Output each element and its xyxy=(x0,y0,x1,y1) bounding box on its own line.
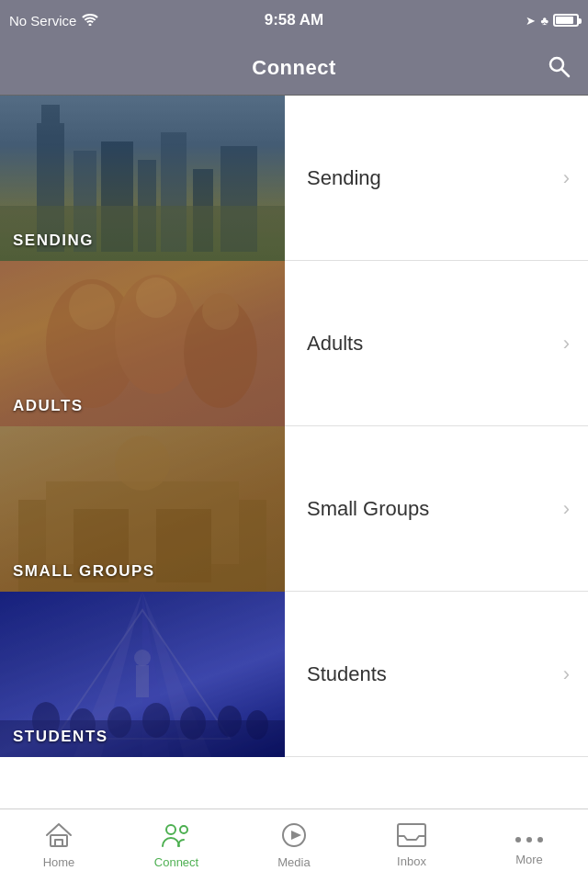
list-item-adults[interactable]: ADULTS Adults › xyxy=(0,261,588,426)
item-label-smallgroups: Small Groups xyxy=(307,497,429,521)
svg-point-45 xyxy=(537,837,543,842)
tab-label-home: Home xyxy=(43,855,75,869)
status-time: 9:58 AM xyxy=(265,11,324,29)
item-label-students: Students xyxy=(307,662,387,686)
thumbnail-label-sending: SENDING xyxy=(13,232,94,250)
connect-icon xyxy=(161,822,192,852)
tab-inbox[interactable]: Inbox xyxy=(353,809,470,882)
thumbnail-overlay-sending: SENDING xyxy=(0,96,285,261)
svg-point-38 xyxy=(166,825,175,834)
chevron-icon-smallgroups: › xyxy=(563,497,570,521)
bluetooth-icon: ♣ xyxy=(540,14,548,28)
thumbnail-label-students: STUDENTS xyxy=(13,728,108,746)
status-bar: No Service 9:58 AM ➤ ♣ xyxy=(0,0,588,40)
tab-label-inbox: Inbox xyxy=(397,854,426,868)
tab-bar: Home Connect Media xyxy=(0,808,588,882)
thumbnail-overlay-adults: ADULTS xyxy=(0,261,285,426)
item-content-adults: Adults › xyxy=(285,261,588,425)
search-button[interactable] xyxy=(546,53,571,83)
wifi-icon xyxy=(82,13,98,28)
list-item-sending[interactable]: SENDING Sending › xyxy=(0,96,588,261)
thumbnail-label-smallgroups: SMALL GROUPS xyxy=(13,562,155,581)
tab-label-more: More xyxy=(515,853,543,866)
inbox-icon xyxy=(397,823,426,851)
list-item-students[interactable]: STUDENTS Students › xyxy=(0,592,588,757)
svg-line-1 xyxy=(562,69,570,76)
more-icon xyxy=(514,825,544,849)
chevron-icon-sending: › xyxy=(563,166,570,190)
thumbnail-label-adults: ADULTS xyxy=(13,397,84,415)
thumbnail-overlay-smallgroups: SMALL GROUPS xyxy=(0,426,285,592)
content-list: SENDING Sending › ADULT xyxy=(0,96,588,808)
tab-home[interactable]: Home xyxy=(0,809,118,882)
list-item-smallgroups[interactable]: SMALL GROUPS Small Groups › xyxy=(0,426,588,592)
item-content-students: Students › xyxy=(285,592,588,756)
item-label-adults: Adults xyxy=(307,332,363,356)
item-content-smallgroups: Small Groups › xyxy=(285,426,588,591)
tab-label-media: Media xyxy=(277,855,310,869)
thumbnail-adults: ADULTS xyxy=(0,261,285,426)
status-left: No Service xyxy=(9,13,98,28)
status-right: ➤ ♣ xyxy=(526,14,579,28)
tab-label-connect: Connect xyxy=(154,855,198,869)
carrier-text: No Service xyxy=(9,13,76,28)
tab-more[interactable]: More xyxy=(470,809,588,882)
svg-point-39 xyxy=(180,826,187,833)
page-title: Connect xyxy=(252,56,336,80)
thumbnail-smallgroups: SMALL GROUPS xyxy=(0,426,285,592)
nav-bar: Connect xyxy=(0,40,588,96)
svg-rect-37 xyxy=(55,840,62,846)
thumbnail-students: STUDENTS xyxy=(0,592,285,757)
item-label-sending: Sending xyxy=(307,166,381,190)
svg-marker-41 xyxy=(291,831,301,840)
item-content-sending: Sending › xyxy=(285,96,588,260)
svg-point-44 xyxy=(526,837,532,842)
location-icon: ➤ xyxy=(526,14,536,28)
tab-media[interactable]: Media xyxy=(235,809,353,882)
chevron-icon-adults: › xyxy=(563,332,570,356)
tab-connect[interactable]: Connect xyxy=(118,809,235,882)
thumbnail-sending: SENDING xyxy=(0,96,285,261)
chevron-icon-students: › xyxy=(563,662,570,686)
svg-point-43 xyxy=(515,837,521,842)
media-icon xyxy=(281,822,307,852)
thumbnail-overlay-students: STUDENTS xyxy=(0,592,285,757)
home-icon xyxy=(45,822,73,852)
battery-icon xyxy=(553,14,579,27)
